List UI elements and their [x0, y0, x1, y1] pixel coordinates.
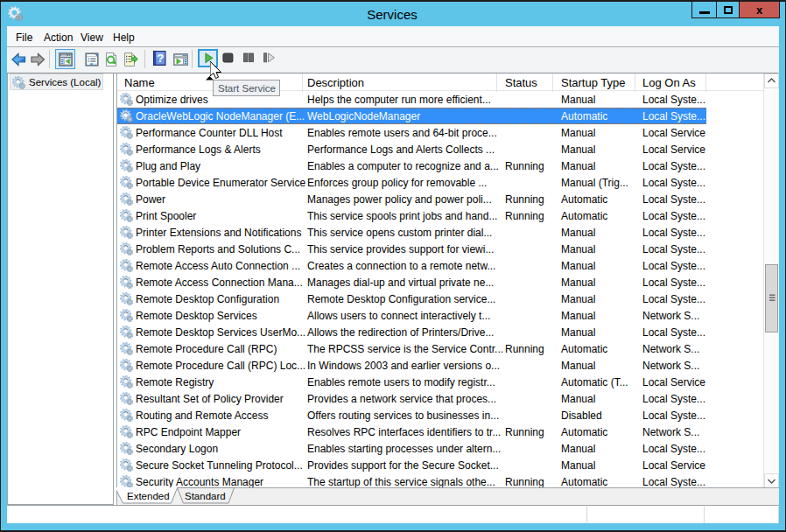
svg-text:?: ? — [157, 52, 164, 65]
